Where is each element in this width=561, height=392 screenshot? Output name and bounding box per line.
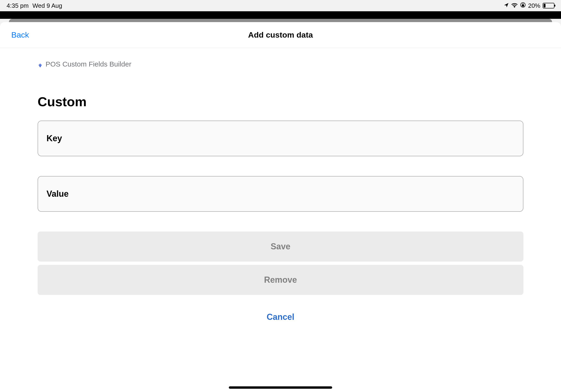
save-button[interactable]: Save [38,231,523,261]
section-title: Custom [38,94,523,109]
svg-rect-1 [522,5,524,6]
back-button[interactable]: Back [11,30,29,40]
status-date: Wed 9 Aug [32,2,62,9]
app-label-row: POS Custom Fields Builder [38,60,523,68]
modal-header: Back Add custom data [0,22,561,48]
app-label-text: POS Custom Fields Builder [46,60,131,68]
cancel-button[interactable]: Cancel [38,305,523,329]
status-bar: 4:35 pm Wed 9 Aug 20% [0,0,561,11]
battery-percent: 20% [528,2,540,9]
modal-content: POS Custom Fields Builder Custom Save Re… [0,60,561,329]
home-indicator[interactable] [229,386,332,389]
status-right: 20% [504,2,554,9]
background-sheet-edge [9,19,552,22]
app-background-bar [0,11,561,19]
value-input[interactable] [38,176,523,212]
modal-title: Add custom data [248,30,313,40]
wifi-icon [511,2,518,9]
status-time: 4:35 pm [7,2,29,9]
modal-sheet: Back Add custom data POS Custom Fields B… [0,22,561,392]
battery-icon [543,3,554,9]
remove-button[interactable]: Remove [38,265,523,295]
orientation-lock-icon [520,2,526,9]
location-icon [504,2,509,9]
app-icon [38,62,42,66]
key-input[interactable] [38,120,523,156]
status-left: 4:35 pm Wed 9 Aug [7,2,62,9]
